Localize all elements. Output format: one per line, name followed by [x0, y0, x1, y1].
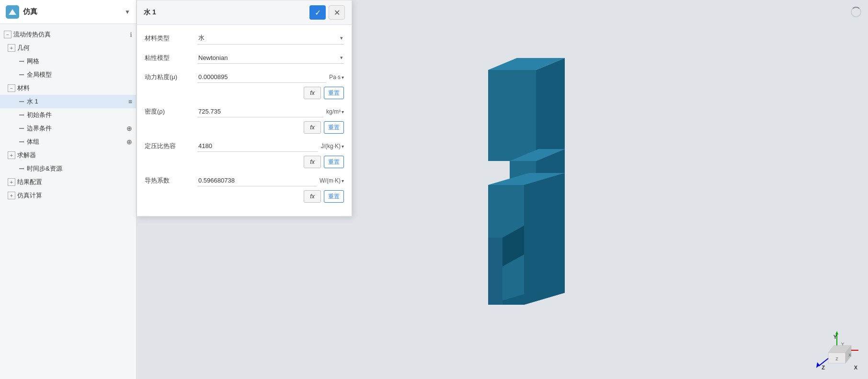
- density-row: 密度(ρ) kg/m³ ▾: [145, 106, 344, 117]
- sidebar-item-flow-heat[interactable]: − 流动传热仿真 ℹ: [0, 28, 136, 41]
- viscosity-model-field: Newtonian ▾: [197, 52, 344, 64]
- close-button[interactable]: ✕: [329, 5, 345, 20]
- loading-spinner: [851, 7, 861, 17]
- sidebar-item-water1[interactable]: 水 1 ≡: [0, 95, 136, 108]
- sidebar-tree: − 流动传热仿真 ℹ + 几何 网格 全局模型 − 材料: [0, 24, 136, 379]
- chevron-down-icon: ▾: [342, 109, 344, 115]
- specific-heat-unit[interactable]: J/(kg·K) ▾: [321, 143, 344, 149]
- unit-text: W/(m·K): [320, 177, 341, 184]
- thermal-conductivity-row: 导热系数 W/(m·K) ▾: [145, 175, 344, 186]
- dash-icon: [19, 74, 24, 75]
- sidebar-item-global-model[interactable]: 全局模型: [0, 68, 136, 81]
- sidebar-label-mesh: 网格: [27, 57, 132, 66]
- fx-button[interactable]: fx: [304, 156, 321, 168]
- sidebar-item-result-config[interactable]: + 结果配置: [0, 175, 136, 189]
- sidebar-item-materials[interactable]: − 材料: [0, 81, 136, 95]
- unit-text: Pa·s: [329, 74, 341, 80]
- viscosity-model-label: 粘性模型: [145, 54, 197, 62]
- dash-icon: [19, 141, 24, 142]
- confirm-button[interactable]: ✓: [309, 5, 326, 20]
- modal-header-actions: ✓ ✕: [309, 5, 345, 20]
- unit-text: kg/m³: [326, 108, 341, 115]
- add-icon[interactable]: ⊕: [126, 138, 132, 146]
- reset-button[interactable]: 重置: [324, 190, 344, 203]
- chevron-down-icon: ▾: [342, 75, 344, 80]
- chevron-down-icon: ▾: [340, 35, 343, 41]
- reset-button[interactable]: 重置: [324, 87, 344, 99]
- material-type-value: 水: [198, 34, 340, 42]
- svg-marker-9: [524, 173, 565, 305]
- sidebar-item-simulation-calc[interactable]: + 仿真计算: [0, 189, 136, 202]
- 3d-model: [455, 56, 598, 333]
- menu-icon[interactable]: ≡: [128, 98, 132, 105]
- sidebar-label-initial-conditions: 初始条件: [27, 111, 132, 119]
- check-icon: ✓: [315, 8, 321, 17]
- sidebar-item-mesh[interactable]: 网格: [0, 55, 136, 68]
- thermal-conductivity-unit[interactable]: W/(m·K) ▾: [320, 177, 344, 184]
- density-field: kg/m³ ▾: [197, 106, 344, 117]
- density-input[interactable]: [197, 106, 323, 117]
- minus-icon: −: [4, 31, 11, 38]
- sidebar-item-geometry[interactable]: + 几何: [0, 41, 136, 55]
- fx-button[interactable]: fx: [304, 190, 321, 203]
- sidebar-label-materials: 材料: [17, 84, 132, 92]
- sidebar-label-boundary-conditions: 边界条件: [27, 124, 125, 133]
- thermal-conductivity-field: W/(m·K) ▾: [197, 175, 344, 186]
- dash-icon: [19, 101, 24, 102]
- thermal-conductivity-label: 导热系数: [145, 176, 197, 185]
- plus-icon: +: [8, 192, 15, 199]
- specific-heat-field: J/(kg·K) ▾: [197, 140, 344, 152]
- dynamic-viscosity-unit[interactable]: Pa·s ▾: [329, 74, 344, 80]
- sidebar-title: 仿真: [23, 7, 37, 16]
- svg-text:Z: Z: [835, 356, 838, 361]
- axis-cube[interactable]: Z Y X: [815, 326, 858, 369]
- sidebar-chevron[interactable]: ▼: [125, 9, 130, 15]
- unit-text: J/(kg·K): [321, 143, 341, 149]
- dash-icon: [19, 168, 24, 169]
- thermal-conductivity-input[interactable]: [197, 175, 317, 186]
- density-unit[interactable]: kg/m³ ▾: [326, 108, 344, 115]
- viscosity-model-row: 粘性模型 Newtonian ▾: [145, 52, 344, 64]
- add-icon[interactable]: ⊕: [126, 125, 132, 132]
- specific-heat-actions: fx 重置: [145, 156, 344, 168]
- svg-marker-3: [536, 58, 565, 161]
- dynamic-viscosity-field: Pa·s ▾: [197, 71, 344, 83]
- dash-icon: [19, 115, 24, 115]
- z-axis-label: Z: [822, 365, 825, 370]
- modal-title: 水 1: [144, 8, 156, 17]
- dynamic-viscosity-input[interactable]: [197, 71, 326, 83]
- dash-icon: [19, 61, 24, 62]
- chevron-down-icon: ▾: [342, 178, 344, 184]
- sidebar-label-water1: 水 1: [27, 97, 128, 106]
- chevron-down-icon: ▾: [340, 55, 343, 61]
- dynamic-viscosity-actions: fx 重置: [145, 87, 344, 99]
- reset-button[interactable]: 重置: [324, 156, 344, 168]
- main-area: 水 1 ✓ ✕ 材料类型 水 ▾: [137, 0, 868, 379]
- plus-icon: +: [8, 151, 15, 159]
- y-axis-label: Y: [834, 334, 837, 340]
- svg-marker-2: [488, 70, 536, 161]
- sidebar-item-solver[interactable]: + 求解器: [0, 149, 136, 162]
- specific-heat-label: 定压比热容: [145, 142, 197, 150]
- viscosity-model-select[interactable]: Newtonian ▾: [197, 52, 344, 64]
- sidebar-item-volume-group[interactable]: 体组 ⊕: [0, 135, 136, 149]
- specific-heat-row: 定压比热容 J/(kg·K) ▾: [145, 140, 344, 152]
- fx-button[interactable]: fx: [304, 87, 321, 99]
- dynamic-viscosity-label: 动力粘度(μ): [145, 73, 197, 81]
- density-actions: fx 重置: [145, 121, 344, 134]
- sidebar-item-boundary-conditions[interactable]: 边界条件 ⊕: [0, 122, 136, 135]
- sidebar-item-initial-conditions[interactable]: 初始条件: [0, 108, 136, 122]
- density-label: 密度(ρ): [145, 107, 197, 116]
- reset-button[interactable]: 重置: [324, 121, 344, 134]
- specific-heat-input[interactable]: [197, 140, 318, 152]
- sidebar-item-time-resources[interactable]: 时间步&资源: [0, 162, 136, 175]
- fx-button[interactable]: fx: [304, 121, 321, 134]
- info-icon[interactable]: ℹ: [130, 31, 132, 38]
- plus-icon: +: [8, 178, 15, 186]
- material-type-field: 水 ▾: [197, 32, 344, 45]
- sidebar-label-global-model: 全局模型: [27, 70, 132, 79]
- sidebar-header-left: 仿真: [6, 5, 37, 19]
- modal-header: 水 1 ✓ ✕: [137, 0, 352, 25]
- material-type-select[interactable]: 水 ▾: [197, 32, 344, 45]
- sidebar-label-geometry: 几何: [17, 44, 132, 52]
